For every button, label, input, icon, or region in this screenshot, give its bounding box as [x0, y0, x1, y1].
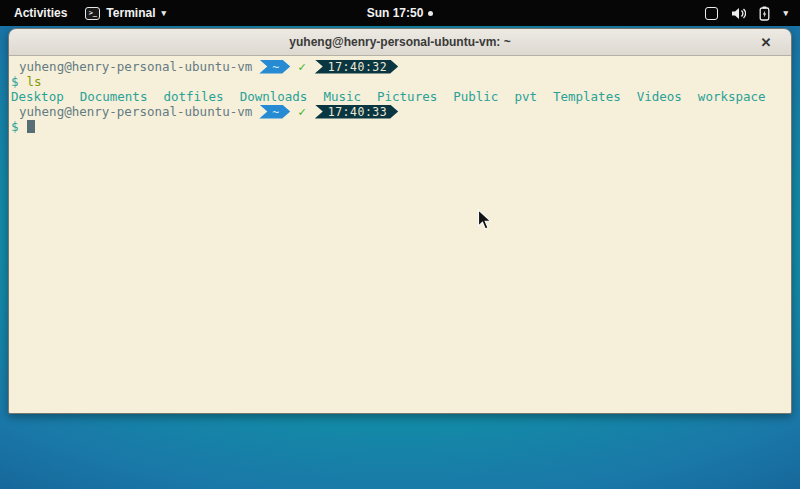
prompt-path-segment: ~: [259, 105, 290, 119]
directory-name: Public: [453, 89, 498, 104]
terminal-window: yuheng@henry-personal-ubuntu-vm: ~ ✕ yuh…: [8, 28, 792, 414]
prompt-user-host: yuheng@henry-personal-ubuntu-vm: [19, 104, 252, 119]
terminal-icon: >_: [85, 7, 100, 20]
command-line: $ ls: [11, 74, 789, 89]
ls-output-line: Desktop Documents dotfiles Downloads Mus…: [11, 89, 789, 104]
prompt-symbol: $: [11, 74, 19, 89]
prompt-time-segment: 17:40:32: [315, 60, 398, 74]
battery-charging-icon: [759, 6, 770, 21]
top-bar: Activities >_ Terminal ▾ Sun 17:50 ▾: [0, 0, 800, 26]
screen-icon: [705, 7, 718, 20]
app-menu-label: Terminal: [106, 6, 155, 20]
prompt-line: yuheng@henry-personal-ubuntu-vm ~ ✓ 17:4…: [11, 59, 789, 74]
directory-name: Videos: [637, 89, 682, 104]
directory-name: Downloads: [240, 89, 308, 104]
activities-button[interactable]: Activities: [10, 4, 71, 22]
prompt-user-host: yuheng@henry-personal-ubuntu-vm: [19, 59, 252, 74]
app-menu-terminal[interactable]: >_ Terminal ▾: [85, 6, 166, 20]
volume-icon: [731, 7, 746, 20]
directory-name: pvt: [514, 89, 537, 104]
clock-label[interactable]: Sun 17:50: [367, 6, 424, 20]
directory-name: Documents: [80, 89, 148, 104]
input-line[interactable]: $: [11, 119, 789, 134]
system-tray[interactable]: ▾: [705, 6, 800, 21]
check-icon: ✓: [298, 104, 306, 119]
directory-name: Pictures: [377, 89, 437, 104]
prompt-symbol: $: [11, 119, 19, 134]
text-cursor: [27, 120, 35, 133]
terminal-content[interactable]: yuheng@henry-personal-ubuntu-vm ~ ✓ 17:4…: [9, 56, 791, 413]
typed-command: ls: [27, 74, 42, 89]
close-button[interactable]: ✕: [755, 29, 777, 56]
directory-name: dotfiles: [163, 89, 223, 104]
chevron-down-icon: ▾: [783, 8, 788, 18]
directory-name: workspace: [698, 89, 766, 104]
directory-name: Desktop: [11, 89, 64, 104]
directory-name: Templates: [553, 89, 621, 104]
window-title: yuheng@henry-personal-ubuntu-vm: ~: [9, 35, 791, 49]
check-icon: ✓: [298, 59, 306, 74]
prompt-time-segment: 17:40:33: [315, 105, 398, 119]
directory-name: Music: [323, 89, 361, 104]
prompt-path-segment: ~: [259, 60, 290, 74]
window-titlebar[interactable]: yuheng@henry-personal-ubuntu-vm: ~ ✕: [9, 29, 791, 56]
chevron-down-icon: ▾: [161, 8, 166, 18]
prompt-line: yuheng@henry-personal-ubuntu-vm ~ ✓ 17:4…: [11, 104, 789, 119]
notification-dot-icon: [428, 11, 433, 16]
